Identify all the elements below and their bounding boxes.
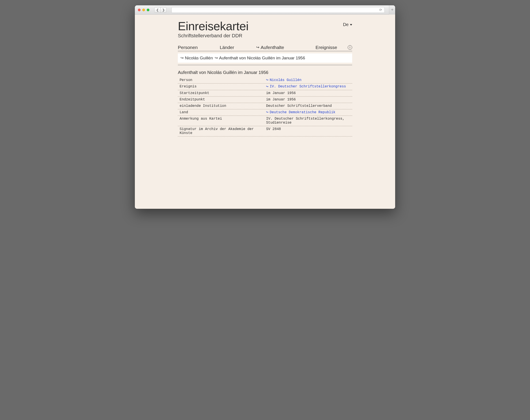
nav-label: Personen [178, 45, 198, 50]
link-label: IV. Deutscher Schriftstellerkongress [270, 85, 346, 89]
nav-laender[interactable]: Länder [220, 45, 234, 50]
field-label: Ereignis [180, 85, 263, 89]
close-window-button[interactable] [138, 9, 141, 11]
row-ereignis: Ereignis ↪IV. Deutscher Schriftstellerko… [178, 84, 352, 90]
link-ereignis[interactable]: ↪IV. Deutscher Schriftstellerkongress [266, 85, 346, 89]
breadcrumb-person[interactable]: ↪Nicolás Guillén [180, 56, 213, 60]
chevron-left-icon: ❮ [156, 8, 159, 12]
nav-aufenthalte[interactable]: ↪Aufenthalte [256, 45, 284, 50]
page: Einreisekartei Schriftstellerverband der… [135, 15, 395, 209]
language-switcher[interactable]: De [343, 20, 352, 27]
breadcrumb-label: Nicolás Guillén [185, 56, 213, 60]
new-tab-button[interactable]: + [389, 5, 395, 15]
divider [178, 65, 352, 65]
breadcrumb-label: Aufenthalt von Nicolás Guillén im Januar… [219, 56, 305, 60]
details-list: Person ↪Nicolás Guillén Ereignis ↪IV. De… [178, 77, 352, 137]
link-label: Deutsche Demokratische Republik [270, 110, 335, 114]
field-value: Deutscher Schriftstellerverband [266, 104, 352, 108]
minimize-window-button[interactable] [142, 9, 145, 11]
field-label: Startzeitpunkt [180, 91, 263, 95]
main-nav: Personen Länder ↪Aufenthalte Ereignisse … [178, 45, 352, 51]
nav-label: Aufenthalte [261, 45, 284, 50]
field-label: einladende Institution [180, 104, 263, 108]
enter-arrow-icon: ↪ [266, 85, 268, 89]
row-land: Land ↪Deutsche Demokratische Republik [178, 109, 352, 116]
address-bar[interactable]: ⟳ [171, 7, 384, 13]
field-label: Land [180, 110, 263, 114]
row-start: Startzeitpunkt im Januar 1956 [178, 90, 352, 97]
zoom-window-button[interactable] [147, 9, 149, 11]
enter-arrow-icon: ↪ [266, 110, 268, 114]
enter-arrow-icon: ↪ [256, 45, 259, 49]
row-signatur: Signatur im Archiv der Akademie der Küns… [178, 126, 352, 137]
field-label: Anmerkung aus Kartei [180, 117, 263, 121]
site-title: Einreisekartei [178, 20, 249, 32]
nav-label: Länder [220, 45, 234, 50]
row-institution: einladende Institution Deutscher Schrift… [178, 103, 352, 109]
field-value: IV. Deutscher Schriftstellerkongress, St… [266, 117, 352, 125]
window-controls [138, 9, 149, 11]
language-label: De [343, 22, 349, 27]
site-header: Einreisekartei Schriftstellerverband der… [178, 20, 352, 39]
nav-personen[interactable]: Personen [178, 45, 198, 50]
info-icon[interactable]: i [348, 45, 352, 50]
row-person: Person ↪Nicolás Guillén [178, 77, 352, 84]
breadcrumb-current[interactable]: ↪Aufenthalt von Nicolás Guillén im Janua… [215, 56, 305, 60]
field-value: SV 2848 [266, 127, 352, 131]
row-anmerkung: Anmerkung aus Kartei IV. Deutscher Schri… [178, 116, 352, 126]
field-value: im Januar 1956 [266, 91, 352, 95]
site-subtitle: Schriftstellerverband der DDR [178, 33, 249, 39]
browser-chrome: ❮ ❯ ⟳ + [135, 5, 395, 15]
browser-window: ❮ ❯ ⟳ + Einreisekartei Schriftstellerver… [135, 5, 395, 209]
breadcrumb: ↪Nicolás Guillén ↪Aufenthalt von Nicolás… [178, 53, 352, 63]
enter-arrow-icon: ↪ [180, 56, 184, 60]
field-label: Endzeitpunkt [180, 98, 263, 102]
enter-arrow-icon: ↪ [215, 56, 218, 60]
back-button[interactable]: ❮ [154, 7, 161, 13]
nav-label: Ereignisse [316, 45, 337, 50]
field-label: Person [180, 78, 263, 82]
field-value: im Januar 1956 [266, 98, 352, 102]
nav-ereignisse[interactable]: Ereignisse [316, 45, 337, 50]
link-land[interactable]: ↪Deutsche Demokratische Republik [266, 110, 335, 114]
row-end: Endzeitpunkt im Januar 1956 [178, 97, 352, 103]
caret-down-icon [350, 24, 352, 26]
link-label: Nicolás Guillén [270, 78, 301, 82]
reload-icon[interactable]: ⟳ [379, 8, 382, 12]
enter-arrow-icon: ↪ [266, 78, 268, 82]
chevron-right-icon: ❯ [162, 8, 165, 12]
link-person[interactable]: ↪Nicolás Guillén [266, 78, 301, 82]
forward-button[interactable]: ❯ [161, 7, 167, 13]
field-label: Signatur im Archiv der Akademie der Küns… [180, 127, 263, 135]
page-title: Aufenthalt von Nicolás Guillén im Januar… [178, 70, 352, 75]
nav-buttons: ❮ ❯ [154, 7, 167, 13]
